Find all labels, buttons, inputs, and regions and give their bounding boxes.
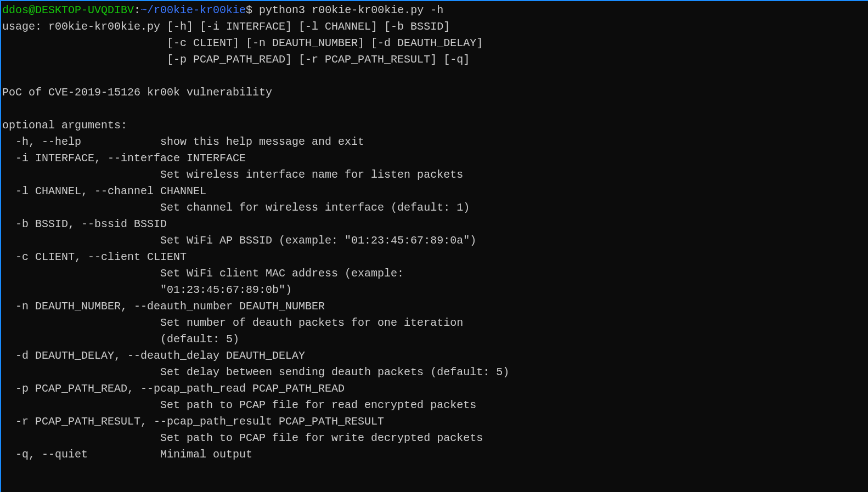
arg-deauth-delay-2: Set delay between sending deauth packets… — [2, 366, 509, 378]
terminal-output[interactable]: ddos@DESKTOP-UVQDIBV:~/r00kie-kr00kie$ p… — [2, 2, 868, 463]
arg-client-1: -c CLIENT, --client CLIENT — [2, 251, 187, 263]
description-text: PoC of CVE-2019-15126 kr00k vulnerabilit… — [2, 86, 272, 99]
arg-quiet: -q, --quiet Minimal output — [2, 448, 252, 461]
arg-client-2: Set WiFi client MAC address (example: — [2, 267, 404, 280]
optional-arguments-header: optional arguments: — [2, 119, 127, 132]
arg-pcap-read-2: Set path to PCAP file for read encrypted… — [2, 399, 476, 411]
prompt-user: ddos@DESKTOP-UVQDIBV — [2, 4, 134, 16]
arg-interface-1: -i INTERFACE, --interface INTERFACE — [2, 152, 246, 165]
command-text: python3 r00kie-kr00kie.py -h — [259, 4, 443, 16]
prompt-colon: : — [134, 4, 140, 16]
prompt-path: ~/r00kie-kr00kie — [140, 4, 246, 16]
arg-pcap-result-1: -r PCAP_PATH_RESULT, --pcap_path_result … — [2, 415, 384, 428]
prompt-dollar: $ — [246, 4, 259, 16]
arg-deauth-number-2: Set number of deauth packets for one ite… — [2, 316, 463, 329]
usage-line-3: [-p PCAP_PATH_READ] [-r PCAP_PATH_RESULT… — [2, 53, 470, 66]
usage-line-1: usage: r00kie-kr00kie.py [-h] [-i INTERF… — [2, 20, 450, 33]
arg-channel-2: Set channel for wireless interface (defa… — [2, 201, 470, 214]
usage-line-2: [-c CLIENT] [-n DEAUTH_NUMBER] [-d DEAUT… — [2, 37, 483, 49]
arg-deauth-delay-1: -d DEAUTH_DELAY, --deauth_delay DEAUTH_D… — [2, 349, 305, 362]
arg-pcap-read-1: -p PCAP_PATH_READ, --pcap_path_read PCAP… — [2, 382, 345, 395]
arg-channel-1: -l CHANNEL, --channel CHANNEL — [2, 185, 206, 197]
arg-bssid-2: Set WiFi AP BSSID (example: "01:23:45:67… — [2, 234, 476, 247]
arg-interface-2: Set wireless interface name for listen p… — [2, 168, 463, 181]
arg-pcap-result-2: Set path to PCAP file for write decrypte… — [2, 432, 483, 444]
arg-deauth-number-3: (default: 5) — [2, 333, 239, 346]
arg-help: -h, --help show this help message and ex… — [2, 135, 364, 148]
arg-client-3: "01:23:45:67:89:0b") — [2, 284, 292, 296]
arg-bssid-1: -b BSSID, --bssid BSSID — [2, 218, 167, 230]
arg-deauth-number-1: -n DEAUTH_NUMBER, --deauth_number DEAUTH… — [2, 300, 325, 313]
